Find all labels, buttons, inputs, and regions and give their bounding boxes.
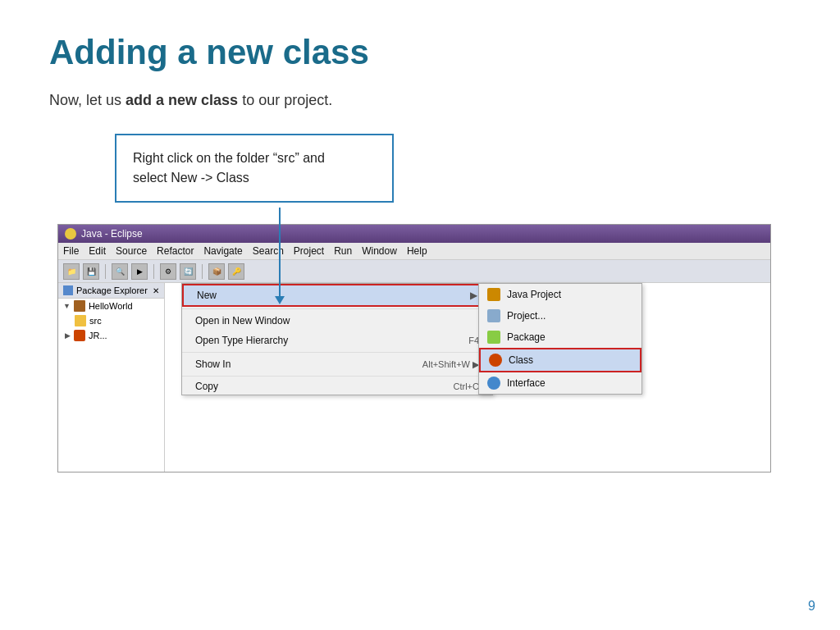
slide-title: Adding a new class: [49, 33, 791, 72]
toolbar-btn-2[interactable]: 💾: [83, 263, 99, 280]
toolbar-btn-3[interactable]: 🔍: [112, 263, 128, 280]
slide-body: Now, let us add a new class to our proje…: [49, 92, 791, 109]
submenu-java-project[interactable]: Java Project: [479, 284, 641, 305]
toolbar-separator-1: [105, 264, 106, 279]
toolbar-btn-5[interactable]: ⚙: [160, 263, 176, 280]
body-text-bold: add a new class: [126, 92, 238, 108]
callout-arrow: [279, 208, 281, 298]
menu-navigate[interactable]: Navigate: [203, 245, 242, 257]
package-icon: [487, 331, 500, 344]
eclipse-screenshot: Java - Eclipse File Edit Source Refactor…: [57, 224, 771, 472]
copy-shortcut: Ctrl+C: [454, 381, 479, 391]
submenu-interface-label: Interface: [507, 377, 546, 389]
toolbar-btn-8[interactable]: 🔑: [228, 263, 244, 280]
tree-item-helloworld[interactable]: ▼ HelloWorld: [58, 299, 164, 313]
eclipse-main: Package Explorer ✕ ▼ HelloWorld src ▶: [58, 283, 770, 472]
submenu-package[interactable]: Package: [479, 326, 641, 348]
submenu-class-label: Class: [509, 354, 533, 366]
submenu-project[interactable]: Project...: [479, 305, 641, 326]
context-menu-area: New ▶ Open in New Window Open Type Hiera…: [165, 283, 770, 472]
submenu-interface[interactable]: Interface: [479, 372, 641, 394]
eclipse-titlebar: Java - Eclipse: [58, 225, 770, 243]
menu-separator-2: [182, 352, 492, 353]
body-text-after: to our project.: [238, 92, 332, 108]
eclipse-toolbar: 📁 💾 🔍 ▶ ⚙ 🔄 📦 🔑: [58, 260, 770, 283]
submenu-class[interactable]: Class: [479, 348, 641, 372]
toolbar-separator-2: [153, 264, 154, 279]
src-folder-icon: [75, 315, 86, 326]
submenu-project-label: Project...: [507, 310, 546, 322]
context-menu-type-hierarchy[interactable]: Open Type Hierarchy F4: [182, 331, 492, 350]
tree-label-src: src: [89, 316, 102, 326]
menu-help[interactable]: Help: [407, 245, 427, 257]
toolbar-btn-1[interactable]: 📁: [63, 263, 80, 280]
panel-title: Package Explorer: [76, 285, 148, 295]
java-project-icon: [487, 288, 500, 301]
menu-run[interactable]: Run: [334, 245, 352, 257]
open-window-label: Open in New Window: [195, 315, 290, 326]
package-explorer-header: Package Explorer ✕: [58, 283, 164, 299]
show-in-label: Show In: [195, 358, 231, 370]
interface-icon: [487, 377, 500, 390]
toolbar-btn-4[interactable]: ▶: [131, 263, 148, 280]
toolbar-btn-6[interactable]: 🔄: [180, 263, 196, 280]
callout-box: Right click on the folder “src” and sele…: [115, 134, 394, 203]
menu-project[interactable]: Project: [294, 245, 324, 257]
jre-icon: [74, 330, 85, 341]
menu-separator-3: [182, 376, 492, 377]
panel-icon: [63, 285, 73, 295]
submenu-java-project-label: Java Project: [507, 289, 561, 300]
show-in-shortcut: Alt+Shift+W ▶: [422, 359, 479, 370]
menu-separator-1: [182, 308, 492, 309]
context-menu-show-in[interactable]: Show In Alt+Shift+W ▶: [182, 354, 492, 374]
callout-line1: Right click on the folder “src” and: [133, 151, 325, 165]
body-text-before: Now, let us: [49, 92, 126, 108]
tree-label-jre: JR...: [89, 331, 107, 340]
submenu-package-label: Package: [507, 331, 546, 343]
folder-icon: [74, 300, 85, 312]
callout-line2: select New -> Class: [133, 171, 249, 185]
submenu-arrow-icon: ▶: [470, 290, 477, 301]
context-menu: New ▶ Open in New Window Open Type Hiera…: [181, 283, 493, 395]
context-menu-open-window[interactable]: Open in New Window: [182, 311, 492, 331]
context-menu-new[interactable]: New ▶: [182, 284, 492, 307]
context-menu-copy[interactable]: Copy Ctrl+C: [182, 378, 492, 395]
project-icon: [487, 309, 500, 322]
menu-edit[interactable]: Edit: [89, 245, 106, 257]
menu-file[interactable]: File: [63, 245, 79, 257]
eclipse-menubar: File Edit Source Refactor Navigate Searc…: [58, 243, 770, 260]
copy-label: Copy: [195, 381, 218, 392]
tree-item-src[interactable]: src: [58, 313, 164, 328]
toolbar-btn-7[interactable]: 📦: [208, 263, 225, 280]
menu-refactor[interactable]: Refactor: [157, 245, 194, 257]
menu-window[interactable]: Window: [362, 245, 397, 257]
class-icon: [489, 354, 502, 367]
page-number: 9: [808, 599, 815, 614]
submenu: Java Project Project... Package: [478, 283, 642, 395]
new-label: New: [197, 290, 217, 301]
type-hierarchy-label: Open Type Hierarchy: [195, 335, 288, 346]
tree-label-helloworld: HelloWorld: [89, 301, 133, 311]
eclipse-title-text: Java - Eclipse: [81, 228, 143, 240]
menu-source[interactable]: Source: [116, 245, 147, 257]
eclipse-logo-icon: [65, 228, 76, 240]
slide: Adding a new class Now, let us add a new…: [0, 0, 840, 630]
panel-close-x[interactable]: ✕: [153, 286, 159, 295]
package-explorer-panel: Package Explorer ✕ ▼ HelloWorld src ▶: [58, 283, 165, 472]
toolbar-separator-3: [202, 264, 203, 279]
tree-item-jre[interactable]: ▶ JR...: [58, 328, 164, 343]
